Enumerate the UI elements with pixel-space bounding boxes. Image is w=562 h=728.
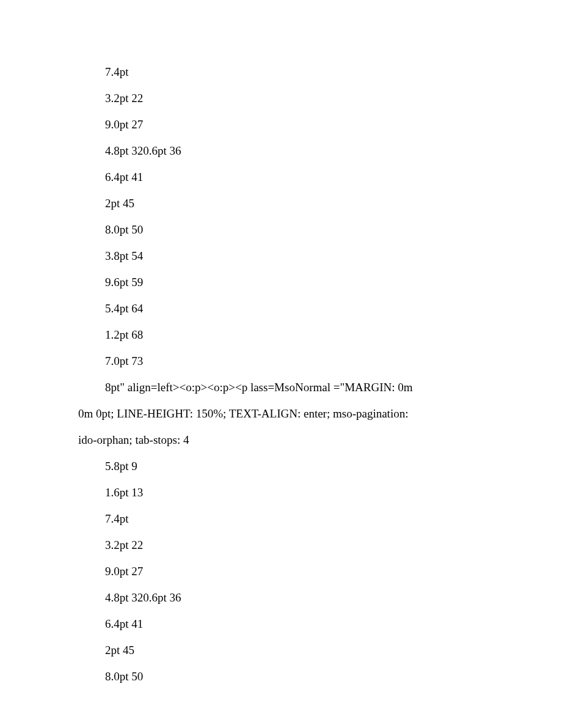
text-line: 3.2pt 22 <box>78 92 495 104</box>
text-line: 5.8pt 9 <box>78 460 495 472</box>
text-line: 6.4pt 41 <box>78 618 495 630</box>
text-line: 3.2pt 22 <box>78 539 495 551</box>
text-line: 9.0pt 27 <box>78 119 495 130</box>
text-line: 3.8pt 54 <box>78 250 495 262</box>
text-line: 7.0pt 73 <box>78 355 495 367</box>
text-line: 7.4pt <box>78 66 495 78</box>
text-line: 9.6pt 59 <box>78 276 495 288</box>
text-line: 8.0pt 50 <box>78 671 495 682</box>
text-line: 6.4pt 41 <box>78 171 495 183</box>
text-line: 8pt" align=left><o:p><o:p><p lass=MsoNor… <box>78 381 495 393</box>
text-line: 8.0pt 50 <box>78 224 495 235</box>
document-page: 7.4pt 3.2pt 22 9.0pt 27 4.8pt 320.6pt 36… <box>0 0 562 728</box>
text-line: 2pt 45 <box>78 644 495 656</box>
text-line: 5.4pt 64 <box>78 303 495 314</box>
text-line: 4.8pt 320.6pt 36 <box>78 592 495 603</box>
text-line: 0m 0pt; LINE-HEIGHT: 150%; TEXT-ALIGN: e… <box>78 408 495 419</box>
text-line: 7.4pt <box>78 513 495 524</box>
text-line: ido-orphan; tab-stops: 4 <box>78 434 495 446</box>
text-line: 2pt 45 <box>78 197 495 209</box>
text-line: 9.0pt 27 <box>78 565 495 577</box>
text-line: 4.8pt 320.6pt 36 <box>78 145 495 156</box>
text-line: 1.2pt 68 <box>78 329 495 340</box>
text-line: 1.6pt 13 <box>78 487 495 498</box>
